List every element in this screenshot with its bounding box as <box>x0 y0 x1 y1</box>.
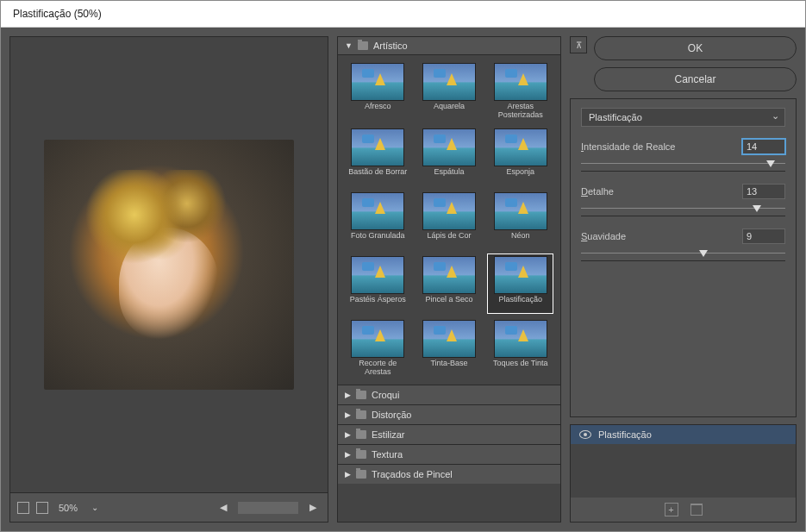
new-layer-icon[interactable]: + <box>665 503 678 516</box>
thumb-label: Afresco <box>365 103 391 118</box>
thumb-pastéis-ásperos[interactable]: Pastéis Ásperos <box>345 253 411 314</box>
thumb-plastificação[interactable]: Plastificação <box>487 253 553 314</box>
thumb-label: Arestas Posterizadas <box>490 103 551 120</box>
param-row: Intensidade de Realce <box>581 139 785 154</box>
titlebar: Plastificação (50%) <box>1 1 805 28</box>
thumbnails-grid: AfrescoAquarelaArestas PosterizadasBastã… <box>338 55 560 385</box>
chevron-right-icon: ▶ <box>345 470 351 479</box>
thumb-image <box>422 128 476 166</box>
param-row: Detalhe <box>581 184 785 199</box>
param-input[interactable] <box>742 184 785 199</box>
filter-select[interactable]: Plastificação <box>581 108 785 127</box>
thumb-label: Recorte de Arestas <box>347 360 409 377</box>
thumb-tinta-base[interactable]: Tinta-Base <box>416 317 483 379</box>
thumb-image <box>494 63 547 101</box>
chevron-right-icon: ▶ <box>345 430 351 439</box>
fit-screen-icon[interactable] <box>17 502 29 514</box>
preview-controls: 50% ⌄ ◀ ▶ <box>10 492 328 522</box>
visibility-icon[interactable] <box>579 430 591 439</box>
category-label: Estilizar <box>372 429 405 440</box>
param-label: Suavidade <box>581 231 626 241</box>
thumb-label: Pincel a Seco <box>425 296 472 311</box>
param-row: Suavidade <box>581 228 785 244</box>
param-input[interactable] <box>742 228 785 244</box>
thumb-arestas-posterizadas[interactable]: Arestas Posterizadas <box>487 60 553 122</box>
collapse-icon[interactable]: ⊼ <box>570 36 587 53</box>
thumb-label: Tinta-Base <box>430 360 467 375</box>
thumb-image <box>351 256 404 294</box>
zoom-dropdown[interactable]: ⌄ <box>88 501 102 515</box>
thumb-image <box>351 128 404 166</box>
param-slider[interactable] <box>581 247 785 261</box>
thumb-bastão-de-borrar[interactable]: Bastão de Borrar <box>345 126 411 186</box>
actual-pixels-icon[interactable] <box>36 502 48 514</box>
layers-empty-area <box>571 444 796 498</box>
thumb-image <box>422 63 476 101</box>
param-input[interactable] <box>742 139 785 154</box>
zoom-level: 50% <box>55 503 81 513</box>
layer-row[interactable]: Plastificação <box>571 425 796 444</box>
param-slider[interactable] <box>581 158 785 172</box>
thumb-image <box>422 320 476 358</box>
preview-image <box>44 140 294 390</box>
chevron-right-icon: ▶ <box>345 410 351 419</box>
category-croqui[interactable]: ▶Croqui <box>338 385 560 404</box>
thumb-foto-granulada[interactable]: Foto Granulada <box>345 190 411 250</box>
next-icon[interactable]: ▶ <box>305 500 321 516</box>
thumb-image <box>351 63 404 101</box>
effect-layers: Plastificação + <box>570 424 797 523</box>
category-label: Croqui <box>372 390 399 400</box>
thumb-esponja[interactable]: Esponja <box>487 126 553 186</box>
category-artistico[interactable]: ▼ Artístico <box>338 37 560 55</box>
thumb-image <box>494 192 547 230</box>
dialog-content: 50% ⌄ ◀ ▶ ▼ Artístico AfrescoAquarelaAre… <box>1 28 805 531</box>
folder-icon <box>356 450 366 459</box>
folder-icon <box>358 41 368 50</box>
trash-icon[interactable] <box>690 504 703 516</box>
prev-icon[interactable]: ◀ <box>216 500 231 516</box>
thumb-label: Pastéis Ásperos <box>350 296 406 311</box>
thumb-image <box>494 320 547 358</box>
thumb-lápis-de-cor[interactable]: Lápis de Cor <box>416 190 483 250</box>
thumb-pincel-a-seco[interactable]: Pincel a Seco <box>416 253 483 314</box>
thumb-recorte-de-arestas[interactable]: Recorte de Arestas <box>345 317 411 379</box>
category-label: Distorção <box>372 410 411 420</box>
filter-categories: ▼ Artístico AfrescoAquarelaArestas Poste… <box>337 36 561 523</box>
thumb-label: Néon <box>511 232 530 247</box>
folder-icon <box>356 470 366 479</box>
filter-gallery-dialog: Plastificação (50%) 50% ⌄ ◀ ▶ ▼ <box>0 0 806 532</box>
thumb-label: Aquarela <box>434 103 465 118</box>
scrollbar[interactable] <box>238 502 298 514</box>
thumb-image <box>351 320 404 358</box>
thumb-image <box>494 256 547 294</box>
cancel-button[interactable]: Cancelar <box>594 67 797 91</box>
thumb-néon[interactable]: Néon <box>487 190 553 250</box>
thumb-label: Esponja <box>506 168 534 184</box>
category-textura[interactable]: ▶Textura <box>338 444 560 464</box>
param-label: Detalhe <box>581 186 614 197</box>
chevron-right-icon: ▶ <box>345 391 351 399</box>
thumb-toques-de-tinta[interactable]: Toques de Tinta <box>487 317 553 379</box>
category-distorção[interactable]: ▶Distorção <box>338 404 560 424</box>
thumb-afresco[interactable]: Afresco <box>345 60 411 122</box>
chevron-right-icon: ▶ <box>345 450 351 459</box>
category-estilizar[interactable]: ▶Estilizar <box>338 424 560 444</box>
ok-button[interactable]: OK <box>594 36 797 60</box>
param-label: Intensidade de Realce <box>581 141 675 152</box>
thumb-label: Toques de Tinta <box>493 360 548 375</box>
thumb-label: Bastão de Borrar <box>348 168 407 184</box>
window-title: Plastificação (50%) <box>13 8 102 20</box>
category-traçados-de-pincel[interactable]: ▶Traçados de Pincel <box>338 464 560 484</box>
right-column: ⊼ OK Cancelar Plastificação Intensidade … <box>570 36 797 523</box>
preview-viewport[interactable] <box>10 37 328 492</box>
category-label: Artístico <box>373 41 408 51</box>
layer-name: Plastificação <box>598 429 652 440</box>
folder-icon <box>356 430 366 439</box>
category-label: Traçados de Pincel <box>372 469 453 479</box>
thumb-label: Plastificação <box>498 296 542 311</box>
param-slider[interactable] <box>581 203 785 216</box>
filter-select-label: Plastificação <box>589 112 642 122</box>
thumb-aquarela[interactable]: Aquarela <box>416 60 483 122</box>
preview-pane: 50% ⌄ ◀ ▶ <box>9 36 328 523</box>
thumb-espátula[interactable]: Espátula <box>416 126 483 186</box>
